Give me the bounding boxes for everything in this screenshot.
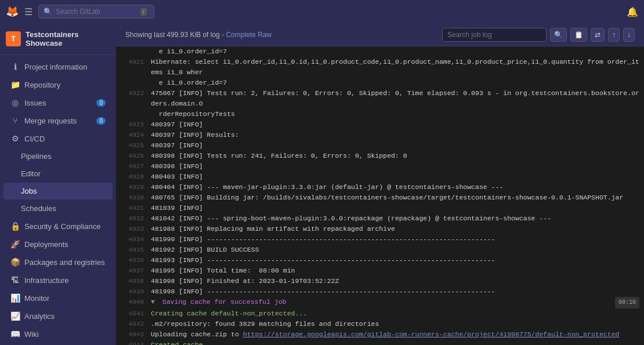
line-number: 4942	[121, 319, 144, 329]
fullscreen-button[interactable]: ⇄	[591, 28, 605, 42]
sidebar-item-project-information[interactable]: ℹ Project information	[3, 58, 113, 75]
log-line: 4935481992 [INFO] BUILD SUCCESS	[116, 245, 644, 255]
search-button[interactable]: 🔍	[550, 28, 567, 42]
line-number: 4943	[121, 329, 144, 340]
log-line: 4921Hibernate: select i1_0.order_id,i1_0…	[116, 57, 644, 88]
sidebar-item-analytics[interactable]: 📈 Analytics	[3, 307, 113, 325]
log-text: e i1_0.order_id=7	[151, 46, 639, 57]
line-number: 4934	[121, 234, 144, 245]
log-line: 4942.m2/repository: found 3829 matching …	[116, 319, 644, 329]
log-header: Showing last 499.93 KiB of log - Complet…	[116, 23, 644, 46]
log-line: 4933481988 [INFO] Replacing main artifac…	[116, 224, 644, 234]
log-line: 4943Uploading cache.zip to https://stora…	[116, 329, 644, 340]
sidebar-item-merge-requests[interactable]: ⑂ Merge requests 0	[3, 112, 113, 129]
topbar-right: 🔔	[627, 6, 638, 17]
sidebar-item-label: Merge requests	[24, 117, 77, 125]
sidebar-item-label: Pipelines	[21, 152, 52, 161]
sidebar-item-packages-registries[interactable]: 📦 Packages and registries	[3, 253, 113, 271]
copy-button[interactable]: 📋	[570, 28, 587, 42]
scroll-up-button[interactable]: ↑	[608, 28, 620, 42]
log-line: 4944Created cache	[116, 340, 644, 345]
sidebar-item-deployments[interactable]: 🚀 Deployments	[3, 235, 113, 253]
menu-icon[interactable]: ☰	[24, 6, 32, 17]
sidebar-item-label: Monitor	[24, 294, 49, 303]
infrastructure-icon: 🏗	[10, 275, 20, 285]
sidebar-item-cicd[interactable]: ⚙ CI/CD	[3, 130, 113, 147]
complete-raw-link[interactable]: Complete Raw	[226, 31, 272, 39]
sidebar-item-label: Infrastructure	[24, 276, 69, 285]
packages-icon: 📦	[10, 257, 20, 267]
sidebar-item-label: Deployments	[24, 240, 68, 249]
sidebar-item-schedules[interactable]: Schedules	[3, 200, 113, 217]
cache-upload-link[interactable]: https://storage.googleapis.com/gitlab-co…	[243, 331, 620, 338]
log-line: 4934481990 [INFO] ----------------------…	[116, 234, 644, 245]
line-number: 4936	[121, 255, 144, 266]
log-text: 481988 [INFO] Replacing main artifact wi…	[151, 224, 639, 234]
content-area: Showing last 499.93 KiB of log - Complet…	[116, 23, 644, 345]
search-icon: 🔍	[44, 8, 52, 16]
sidebar-item-pipelines[interactable]: Pipelines	[3, 148, 113, 165]
log-info-text: Showing last 499.93 KiB of log - Complet…	[125, 31, 272, 39]
log-text: 480397 [INFO] Results:	[151, 130, 639, 140]
log-line: 4927480398 [INFO]	[116, 161, 644, 172]
log-line: 4939481998 [INFO] ----------------------…	[116, 286, 644, 297]
info-icon: ℹ	[10, 62, 20, 71]
log-line: 4926480398 [INFO] Tests run: 241, Failur…	[116, 151, 644, 161]
log-line: e i1_0.order_id=7	[116, 46, 644, 57]
line-number: 4929	[121, 182, 144, 193]
log-line[interactable]: 4940▼ Saving cache for successful job00:…	[116, 297, 644, 308]
sidebar-project-header: T Testcontainers Showcase	[0, 23, 116, 55]
log-line: 4925480397 [INFO]	[116, 140, 644, 151]
log-text: 481993 [INFO] --------------------------…	[151, 255, 639, 266]
log-text: 480398 [INFO] Tests run: 241, Failures: …	[151, 151, 639, 161]
issues-badge: 0	[96, 99, 106, 107]
log-line: 4924480397 [INFO] Results:	[116, 130, 644, 140]
search-input[interactable]	[56, 8, 137, 16]
log-text: 480397 [INFO]	[151, 140, 639, 151]
line-number: 4928	[121, 172, 144, 182]
log-text: 481998 [INFO] --------------------------…	[151, 286, 639, 297]
search-bar[interactable]: 🔍 /	[38, 5, 154, 19]
time-badge: 00:10	[615, 297, 639, 308]
log-text: 481992 [INFO] BUILD SUCCESS	[151, 245, 639, 255]
log-text: 481039 [INFO]	[151, 203, 639, 213]
sidebar-item-label: Issues	[24, 99, 46, 107]
line-number: 4944	[121, 340, 144, 345]
log-text: 480404 [INFO] --- maven-jar-plugin:3.3.0…	[151, 182, 639, 193]
scroll-down-button[interactable]: ↓	[623, 28, 635, 42]
line-number: 4935	[121, 245, 144, 255]
sidebar-item-label: Packages and registries	[24, 258, 105, 267]
sidebar-item-jobs[interactable]: Jobs	[3, 183, 113, 199]
monitor-icon: 📊	[10, 293, 20, 303]
issues-icon: ◎	[10, 98, 20, 107]
search-job-log-input[interactable]	[442, 28, 547, 42]
log-text: 480398 [INFO]	[151, 161, 639, 172]
line-number: 4923	[121, 119, 144, 130]
sidebar-item-monitor[interactable]: 📊 Monitor	[3, 289, 113, 307]
sidebar-item-label: Analytics	[24, 312, 55, 321]
sidebar-item-label: Editor	[21, 169, 41, 178]
log-text: Created cache	[151, 340, 639, 345]
log-text: 481990 [INFO] --------------------------…	[151, 234, 639, 245]
sidebar-item-repository[interactable]: 📁 Repository	[3, 76, 113, 93]
log-text: 480397 [INFO]	[151, 119, 639, 130]
log-line: 4922475067 [INFO] Tests run: 2, Failures…	[116, 88, 644, 119]
log-text: 481995 [INFO] Total time: 08:00 min	[151, 266, 639, 276]
sidebar-item-wiki[interactable]: 📖 Wiki	[3, 325, 113, 343]
line-number: 4921	[121, 57, 144, 67]
sidebar-item-security-compliance[interactable]: 🔒 Security & Compliance	[3, 217, 113, 235]
sidebar-item-infrastructure[interactable]: 🏗 Infrastructure	[3, 271, 113, 289]
line-number: 4939	[121, 286, 144, 297]
line-number: 4937	[121, 266, 144, 276]
avatar: T	[6, 31, 21, 46]
line-number: 4931	[121, 203, 144, 213]
log-text: 480403 [INFO]	[151, 172, 639, 182]
cicd-icon: ⚙	[10, 134, 20, 143]
sidebar-item-issues[interactable]: ◎ Issues 0	[3, 94, 113, 111]
sidebar-item-editor[interactable]: Editor	[3, 165, 113, 182]
log-container: e i1_0.order_id=74921Hibernate: select i…	[116, 46, 644, 345]
security-icon: 🔒	[10, 221, 20, 231]
notifications-icon[interactable]: 🔔	[627, 6, 638, 17]
log-line: 4937481995 [INFO] Total time: 08:00 min	[116, 266, 644, 276]
search-slash: /	[140, 8, 147, 16]
